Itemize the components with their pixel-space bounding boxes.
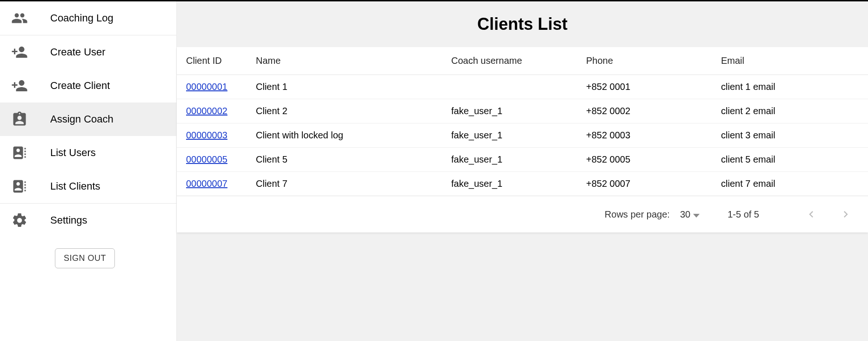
table-row: 00000003 Client with locked log fake_use… [177, 123, 868, 148]
cell-coach: fake_user_1 [447, 99, 581, 123]
table-row: 00000001 Client 1 +852 0001 client 1 ema… [177, 75, 868, 99]
contact-list-icon [11, 144, 28, 161]
cell-email: client 7 email [716, 172, 868, 196]
client-id-link[interactable]: 00000005 [186, 154, 227, 164]
person-add-icon [11, 44, 28, 61]
cell-phone: +852 0007 [581, 172, 716, 196]
cell-phone: +852 0005 [581, 148, 716, 172]
client-id-link[interactable]: 00000003 [186, 130, 227, 140]
prev-page-button[interactable] [801, 204, 821, 225]
chevron-right-icon [839, 208, 852, 221]
sidebar-item-label: List Clients [50, 180, 100, 192]
sidebar-item-label: List Users [50, 147, 96, 159]
client-id-link[interactable]: 00000002 [186, 106, 227, 116]
table-row: 00000007 Client 7 fake_user_1 +852 0007 … [177, 172, 868, 196]
people-icon [11, 10, 28, 27]
person-add-icon [11, 77, 28, 94]
sidebar: Coaching Log Create User Create Client A… [0, 1, 177, 341]
col-header-phone[interactable]: Phone [581, 47, 716, 75]
table-row: 00000005 Client 5 fake_user_1 +852 0005 … [177, 148, 868, 172]
clients-table: Client ID Name Coach username Phone Emai… [177, 47, 868, 196]
cell-name: Client 1 [251, 75, 447, 99]
cell-email: client 2 email [716, 99, 868, 123]
main: Clients List Client ID Name Coach userna… [177, 1, 868, 341]
col-header-email[interactable]: Email [716, 47, 868, 75]
cell-name: Client 5 [251, 148, 447, 172]
chevron-left-icon [805, 208, 818, 221]
cell-phone: +852 0001 [581, 75, 716, 99]
col-header-client-id[interactable]: Client ID [177, 47, 251, 75]
sidebar-item-label: Coaching Log [50, 12, 114, 24]
sidebar-item-label: Settings [50, 214, 87, 226]
gear-icon [11, 212, 28, 229]
sidebar-item-list-clients[interactable]: List Clients [0, 170, 176, 203]
table-row: 00000002 Client 2 fake_user_1 +852 0002 … [177, 99, 868, 123]
sidebar-item-create-client[interactable]: Create Client [0, 69, 176, 102]
next-page-button[interactable] [835, 204, 856, 225]
pagination-range: 1-5 of 5 [728, 209, 759, 220]
client-id-link[interactable]: 00000001 [186, 82, 227, 92]
rows-per-page-value: 30 [680, 209, 690, 220]
cell-coach: fake_user_1 [447, 123, 581, 148]
rows-per-page-label: Rows per page: [605, 209, 670, 220]
rows-per-page-select[interactable]: 30 [680, 209, 700, 220]
cell-email: client 5 email [716, 148, 868, 172]
sidebar-item-list-users[interactable]: List Users [0, 136, 176, 170]
cell-name: Client 7 [251, 172, 447, 196]
col-header-coach[interactable]: Coach username [447, 47, 581, 75]
sidebar-item-coaching-log[interactable]: Coaching Log [0, 1, 176, 35]
sidebar-item-label: Assign Coach [50, 113, 114, 125]
cell-coach [447, 75, 581, 99]
clients-table-card: Client ID Name Coach username Phone Emai… [177, 47, 868, 232]
sidebar-item-settings[interactable]: Settings [0, 204, 176, 237]
table-footer: Rows per page: 30 1-5 of 5 [177, 196, 868, 232]
caret-down-icon [693, 214, 700, 218]
cell-email: client 1 email [716, 75, 868, 99]
col-header-name[interactable]: Name [251, 47, 447, 75]
cell-coach: fake_user_1 [447, 148, 581, 172]
cell-phone: +852 0003 [581, 123, 716, 148]
contact-list-icon [11, 178, 28, 195]
cell-coach: fake_user_1 [447, 172, 581, 196]
sidebar-item-label: Create Client [50, 80, 110, 92]
sidebar-item-label: Create User [50, 46, 106, 58]
clipboard-person-icon [11, 111, 28, 128]
cell-name: Client 2 [251, 99, 447, 123]
sidebar-item-create-user[interactable]: Create User [0, 35, 176, 69]
cell-email: client 3 email [716, 123, 868, 148]
cell-name: Client with locked log [251, 123, 447, 148]
client-id-link[interactable]: 00000007 [186, 178, 227, 189]
sidebar-item-assign-coach[interactable]: Assign Coach [0, 102, 176, 136]
sign-out-button[interactable]: SIGN OUT [55, 248, 115, 268]
cell-phone: +852 0002 [581, 99, 716, 123]
page-title: Clients List [177, 1, 868, 47]
